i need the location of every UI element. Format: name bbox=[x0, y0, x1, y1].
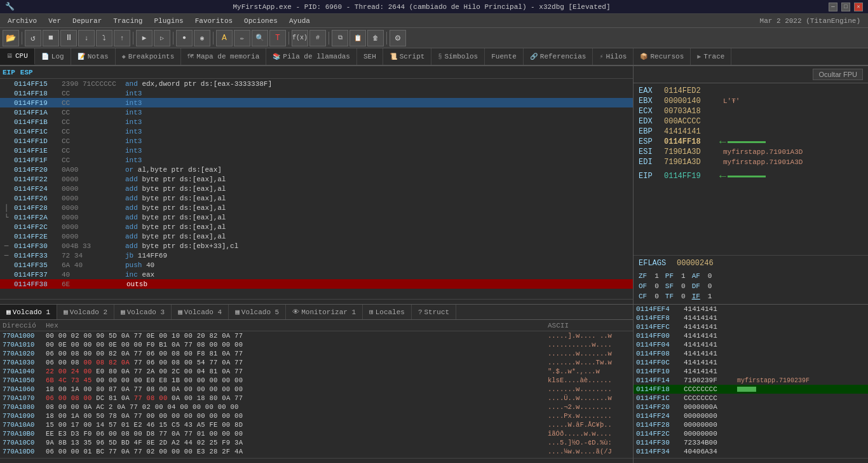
stack-row[interactable]: 0114FEFC41414141 bbox=[634, 322, 868, 331]
disasm-row[interactable]: 0114FF2E0000add byte ptr ds:[eax],al bbox=[0, 232, 633, 241]
disasm-row[interactable]: 0114FF260000add byte ptr ds:[eax],al bbox=[0, 193, 633, 203]
stack-row[interactable]: 0114FF1041414141 bbox=[634, 367, 868, 376]
stack-row[interactable]: 0114FF0041414141 bbox=[634, 331, 868, 340]
menu-depurar[interactable]: Depurar bbox=[67, 16, 107, 26]
tb-settings[interactable]: ⚙ bbox=[390, 30, 406, 46]
tab-notas[interactable]: 📝 Notas bbox=[71, 48, 116, 65]
dump-tab-5[interactable]: ▦ Volcado 5 bbox=[229, 305, 286, 319]
register-row[interactable]: ESI71901A3Dmyfirstapp.71901A3D bbox=[639, 147, 863, 157]
disasm-row[interactable]: 0114FF1ECCint3 bbox=[0, 146, 633, 155]
tb-highlight[interactable]: A bbox=[216, 30, 233, 46]
disasm-row[interactable]: 0114FF1DCCint3 bbox=[0, 136, 633, 146]
disasm-row[interactable]: 0114FF356A 40push 40 bbox=[0, 260, 633, 270]
tab-cpu[interactable]: 🖥 CPU bbox=[0, 48, 35, 65]
dump-row[interactable]: 770A109018 00 1A 00 50 78 0A 77 00 00 00… bbox=[0, 411, 633, 420]
dump-row[interactable]: 770A101000 0E 00 00 00 0E 00 00 F0 B1 0A… bbox=[0, 340, 633, 349]
tab-mapa[interactable]: 🗺 Mapa de memoria bbox=[181, 48, 266, 65]
register-row[interactable]: EAX0114FED2 bbox=[639, 86, 863, 96]
hide-fpu-button[interactable]: Ocultar FPU bbox=[813, 69, 863, 80]
dump-row[interactable]: 770A102006 00 08 00 00 82 0A 77 06 00 08… bbox=[0, 349, 633, 358]
disasm-row[interactable]: 0114FF1ACCint3 bbox=[0, 107, 633, 117]
menu-opciones[interactable]: Opciones bbox=[239, 16, 283, 26]
tb-copy[interactable]: ⧉ bbox=[332, 30, 348, 46]
dump-row[interactable]: 770A100000 00 02 00 90 5D 0A 77 0E 00 10… bbox=[0, 331, 633, 340]
tb-expr[interactable]: f(x) bbox=[292, 30, 308, 46]
tb-search[interactable]: 🔍 bbox=[252, 30, 268, 46]
disasm-row[interactable]: 0114FF18CCint3 bbox=[0, 88, 633, 98]
disasm-row[interactable]: 0114FF1FCCint3 bbox=[0, 155, 633, 165]
disasm-row[interactable]: 0114FF200A00or al,byte ptr ds:[eax] bbox=[0, 165, 633, 174]
tab-fuente[interactable]: Fuente bbox=[485, 48, 524, 65]
disasm-row[interactable]: 0114FF3740inc eax bbox=[0, 270, 633, 279]
tb-paste[interactable]: 📋 bbox=[349, 30, 366, 46]
dump-hscroll[interactable] bbox=[0, 458, 633, 463]
tab-trace[interactable]: ▶ Trace bbox=[691, 48, 731, 65]
disasm-row[interactable]: 0114FF152390 71CCCCCCand edx,dword ptr d… bbox=[0, 79, 633, 88]
dump-tab-struct[interactable]: ? Struct bbox=[412, 305, 456, 319]
register-row[interactable]: ECX00703A18 bbox=[639, 106, 863, 116]
stack-row[interactable]: 0114FF2800000000 bbox=[634, 420, 868, 429]
disasm-row[interactable]: │0114FF280000add byte ptr ds:[eax],al bbox=[0, 203, 633, 212]
dump-row[interactable]: 770A10A015 00 17 00 14 57 01 E2 46 15 C5… bbox=[0, 420, 633, 429]
stack-row[interactable]: 0114FF3440406A34 bbox=[634, 447, 868, 456]
disasm-row[interactable]: 0114FF386Eoutsb bbox=[0, 279, 633, 289]
register-row[interactable]: EBP41414141 bbox=[639, 127, 863, 137]
tab-script[interactable]: 📜 Script bbox=[383, 48, 432, 65]
tb-restart[interactable]: ↺ bbox=[25, 30, 41, 46]
tb-stop[interactable]: ■ bbox=[43, 30, 59, 46]
stack-row[interactable]: 0114FF0C41414141 bbox=[634, 358, 868, 367]
dump-row[interactable]: 770A10D006 00 00 01 BC 77 0A 77 02 00 00… bbox=[0, 447, 633, 456]
stack-row[interactable]: 0114FF2400000000 bbox=[634, 411, 868, 420]
menu-tracing[interactable]: Tracing bbox=[108, 16, 147, 26]
tab-recursos[interactable]: 📦 Recursos bbox=[634, 48, 691, 65]
menu-favoritos[interactable]: Favoritos bbox=[190, 16, 238, 26]
tab-referencias[interactable]: 🔗 Referencias bbox=[524, 48, 593, 65]
stack-row[interactable]: 0114FF0441414141 bbox=[634, 340, 868, 349]
dump-tab-4[interactable]: ▦ Volcado 4 bbox=[172, 305, 229, 319]
dump-row[interactable]: 770A108008 00 00 0A AC 2 0A 77 02 00 04 … bbox=[0, 403, 633, 411]
stack-scroll[interactable]: 0114FEF4414141410114FEF8414141410114FEFC… bbox=[634, 305, 868, 458]
dump-row[interactable]: 770A10506B 4C 73 45 00 00 00 00 E0 E8 1B… bbox=[0, 376, 633, 385]
dump-tab-mon1[interactable]: 👁 Monitorizar 1 bbox=[286, 305, 363, 319]
dump-tab-3[interactable]: ▦ Volcado 3 bbox=[114, 305, 172, 319]
stack-row[interactable]: 0114FF200000000A bbox=[634, 403, 868, 411]
tb-hw-bp[interactable]: ◉ bbox=[194, 30, 210, 46]
disasm-row[interactable]: 0114FF240000add byte ptr ds:[eax],al bbox=[0, 184, 633, 193]
menu-ver[interactable]: Ver bbox=[43, 16, 66, 26]
stack-row[interactable]: 0114FF18CCCCCCCC bbox=[634, 385, 868, 394]
dump-tab-2[interactable]: ▦ Volcado 2 bbox=[57, 305, 114, 319]
tb-pause[interactable]: ⏸ bbox=[60, 30, 77, 46]
disasm-row[interactable]: 0114FF220000add byte ptr ds:[eax],al bbox=[0, 174, 633, 184]
menu-archivo[interactable]: Archivo bbox=[3, 16, 42, 26]
maximize-button[interactable]: □ bbox=[841, 3, 850, 11]
register-row[interactable]: ESP0114FF18← bbox=[639, 137, 863, 147]
tab-seh[interactable]: SEH bbox=[357, 48, 383, 65]
dump-row[interactable]: 770A104022 00 24 00 E0 80 0A 77 2A 00 2C… bbox=[0, 367, 633, 376]
disasm-row[interactable]: 0114FF1BCCint3 bbox=[0, 117, 633, 127]
tb-step-over[interactable]: ⤵ bbox=[96, 30, 112, 46]
stack-row[interactable]: 0114FF0841414141 bbox=[634, 349, 868, 358]
register-row[interactable]: EDI71901A3Dmyfirstapp.71901A3D bbox=[639, 157, 863, 167]
disasm-scroll[interactable]: 0114FF152390 71CCCCCCand edx,dword ptr d… bbox=[0, 79, 633, 299]
stack-hscroll[interactable] bbox=[634, 458, 868, 463]
tab-breakpoints[interactable]: ◆ Breakpoints bbox=[116, 48, 182, 65]
tb-open[interactable]: 📂 bbox=[3, 30, 19, 46]
register-row[interactable]: EIP0114FF19← bbox=[639, 171, 863, 181]
dump-tab-1[interactable]: ▦ Volcado 1 bbox=[0, 305, 57, 319]
tb-step-out[interactable]: ↑ bbox=[114, 30, 130, 46]
tb-script[interactable]: # bbox=[309, 30, 326, 46]
dump-row[interactable]: 770A106018 00 1A 00 80 87 0A 77 08 00 0A… bbox=[0, 385, 633, 394]
disasm-row[interactable]: ─0114FF30004B 33add byte ptr ds:[ebx+33]… bbox=[0, 241, 633, 251]
stack-row[interactable]: 0114FEF841414141 bbox=[634, 314, 868, 322]
dump-tab-locales[interactable]: ⊞ Locales bbox=[363, 305, 412, 319]
register-row[interactable]: EDX000ACCCC bbox=[639, 116, 863, 127]
disasm-row[interactable]: └0114FF2A0000add byte ptr ds:[eax],al bbox=[0, 212, 633, 222]
tb-execute[interactable]: ▷ bbox=[154, 30, 170, 46]
disasm-row[interactable]: ─0114FF3372 34jb 114FF69 bbox=[0, 251, 633, 260]
stack-row[interactable]: 0114FF1CCCCCCCCC bbox=[634, 394, 868, 403]
dump-row[interactable]: 770A107006 00 08 00 DC 81 0A 77 08 00 0A… bbox=[0, 394, 633, 403]
tb-delete[interactable]: 🗑 bbox=[367, 30, 384, 46]
disasm-row[interactable]: 0114FF19CCint3 bbox=[0, 98, 633, 107]
stack-row[interactable]: 0114FEF441414141 bbox=[634, 305, 868, 314]
tb-run-to[interactable]: ▶ bbox=[136, 30, 153, 46]
